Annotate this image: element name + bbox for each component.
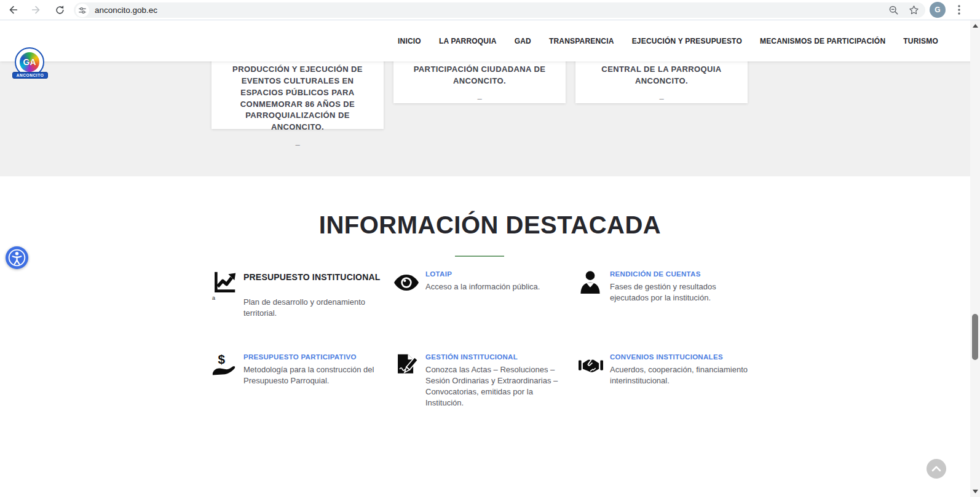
feature-description: Metodología para la construcción del Pre…	[243, 364, 390, 386]
url-bar[interactable]: anconcito.gob.ec	[74, 2, 925, 18]
news-card-title: PARTICIPACIÓN CIUDADANA DE ANCONCITO.	[403, 64, 556, 87]
scroll-to-top-button[interactable]	[927, 459, 946, 479]
nav-item-ejecucion-y-presupuesto[interactable]: EJECUCIÓN Y PRESUPUESTO	[632, 37, 742, 45]
handshake-icon	[579, 357, 603, 382]
site-header: GA ANCONCITO INICIO LA PARROQUIA GAD TRA…	[0, 20, 980, 61]
bookmark-star-icon[interactable]	[909, 5, 919, 15]
feature-description: Conozca las Actas – Resoluciones – Sesió…	[425, 364, 572, 409]
site-settings-chip[interactable]	[76, 4, 89, 17]
nav-item-turismo[interactable]: TURISMO	[903, 37, 938, 45]
feature-lotaip[interactable]: LOTAIP Acceso a la información pública.	[394, 270, 572, 299]
feature-title[interactable]: GESTIÓN INSTITUCIONAL	[425, 353, 572, 361]
document-pen-icon	[394, 353, 419, 378]
back-button[interactable]	[5, 2, 21, 18]
scrollbar-up-arrow[interactable]	[970, 22, 980, 30]
accessibility-widget-button[interactable]	[6, 246, 28, 269]
hand-dollar-icon: $	[212, 353, 237, 378]
news-card-title: CENTRAL DE LA PARROQUIA ANCONCITO.	[585, 64, 738, 87]
eye-icon	[394, 275, 419, 299]
feature-presupuesto-participativo[interactable]: $ PRESUPUESTO PARTICIPATIVO Metodología …	[212, 353, 390, 386]
nav-item-mecanismos-de-participacion[interactable]: MECANISMOS DE PARTICIPACIÓN	[760, 37, 885, 45]
feature-title[interactable]: PRESUPUESTO PARTICIPATIVO	[243, 353, 390, 361]
heading-divider	[455, 256, 504, 257]
url-text: anconcito.gob.ec	[95, 6, 157, 15]
feature-title[interactable]: PRESUPUESTO INSTITUCIONAL	[243, 272, 390, 282]
nav-item-transparencia[interactable]: TRANSPARENCIA	[549, 37, 614, 45]
profile-avatar[interactable]: G	[930, 2, 946, 18]
forward-arrow-icon	[31, 4, 42, 15]
svg-text:$: $	[218, 353, 226, 366]
feature-description: Acceso a la información pública.	[425, 281, 572, 292]
feature-presupuesto-institucional[interactable]: a PRESUPUESTO INSTITUCIONAL Plan de desa…	[212, 270, 390, 319]
site-logo[interactable]: GA ANCONCITO	[15, 47, 45, 78]
nav-item-inicio[interactable]: INICIO	[398, 37, 421, 45]
line-chart-icon	[212, 270, 237, 295]
news-card-meta: –	[221, 140, 374, 149]
news-card-meta: –	[403, 94, 556, 103]
logo-monogram: GA	[23, 57, 36, 67]
kebab-icon	[958, 5, 960, 15]
feature-title[interactable]: CONVENIOS INSTITUCIONALES	[610, 353, 756, 361]
back-arrow-icon	[7, 4, 18, 15]
reload-button[interactable]	[52, 2, 68, 18]
icon-caption: a	[212, 295, 239, 301]
reload-icon	[55, 5, 65, 15]
page-scrollbar[interactable]	[970, 20, 980, 497]
forward-button[interactable]	[28, 2, 44, 18]
nav-item-gad[interactable]: GAD	[515, 37, 531, 45]
scrollbar-down-arrow[interactable]	[970, 487, 980, 496]
accessibility-icon	[7, 248, 27, 268]
businessman-icon	[579, 270, 603, 295]
feature-description: Plan de desarrollo y ordenamiento territ…	[243, 297, 390, 319]
scrollbar-thumb[interactable]	[972, 314, 978, 360]
feature-convenios-institucionales[interactable]: CONVENIOS INSTITUCIONALES Acuerdos, coop…	[579, 353, 756, 386]
logo-banner-text: ANCONCITO	[12, 72, 48, 79]
feature-title[interactable]: RENDICIÓN DE CUENTAS	[610, 270, 756, 278]
page: anconcito.gob.ec G	[0, 0, 980, 497]
feature-title[interactable]: LOTAIP	[425, 270, 572, 278]
zoom-out-icon[interactable]	[888, 5, 899, 15]
browser-toolbar: anconcito.gob.ec G	[0, 0, 980, 20]
feature-rendicion-de-cuentas[interactable]: RENDICIÓN DE CUENTAS Fases de gestión y …	[579, 270, 756, 303]
logo-emblem: GA	[20, 52, 39, 72]
browser-menu-button[interactable]	[952, 2, 966, 17]
news-card-title: PRODUCCIÓN Y EJECUCIÓN DE EVENTOS CULTUR…	[221, 64, 374, 133]
feature-description: Acuerdos, cooperación, financiamiento in…	[610, 364, 756, 386]
chevron-up-icon	[931, 466, 941, 472]
main-nav: INICIO LA PARROQUIA GAD TRANSPARENCIA EJ…	[398, 20, 938, 61]
feature-gestion-institucional[interactable]: GESTIÓN INSTITUCIONAL Conozca las Actas …	[394, 353, 572, 409]
nav-item-la-parroquia[interactable]: LA PARROQUIA	[439, 37, 497, 45]
tune-icon	[78, 6, 87, 15]
section-heading: INFORMACIÓN DESTACADA	[0, 211, 980, 239]
feature-description: Fases de gestión y resultados ejecutados…	[610, 281, 756, 303]
news-card-meta: –	[585, 94, 738, 103]
